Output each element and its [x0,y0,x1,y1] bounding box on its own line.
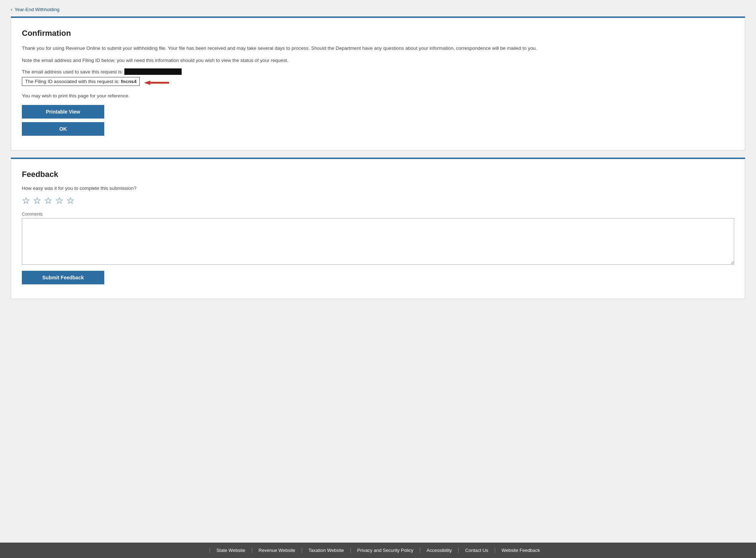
feedback-title: Feedback [22,170,734,179]
footer-link-state-website[interactable]: State Website [210,548,252,553]
filing-id-row: The Filing ID associated with this reque… [22,77,140,86]
filing-id-value: fncns4 [121,79,137,84]
svg-rect-1 [150,82,169,83]
feedback-question: How easy was it for you to complete this… [22,186,734,191]
footer-link-contact-us[interactable]: Contact Us [459,548,495,553]
redacted-email [124,68,182,75]
star-3[interactable]: ☆ [44,196,52,205]
filing-id-label: The Filing ID associated with this reque… [25,79,119,84]
ok-button[interactable]: OK [22,122,104,136]
email-info-row: The email address used to save this requ… [22,68,734,75]
comments-label: Comments [22,212,734,217]
star-2[interactable]: ☆ [33,196,41,205]
footer-link-privacy-policy[interactable]: Privacy and Security Policy [351,548,420,553]
confirmation-body2: Note the email address and Filing ID bel… [22,57,734,64]
print-note: You may wish to print this page for your… [22,93,734,98]
arrow-icon [144,79,169,87]
submit-feedback-button[interactable]: Submit Feedback [22,271,104,284]
footer: State Website Revenue Website Taxation W… [0,543,756,558]
feedback-card: Feedback How easy was it for you to comp… [11,158,745,299]
confirmation-body1: Thank you for using Revenue Online to su… [22,44,734,52]
confirmation-title: Confirmation [22,29,734,38]
footer-link-taxation-website[interactable]: Taxation Website [302,548,351,553]
star-1[interactable]: ☆ [22,196,30,205]
confirmation-card: Confirmation Thank you for using Revenue… [11,16,745,150]
chevron-left-icon: ‹ [11,6,13,12]
star-5[interactable]: ☆ [66,196,75,205]
star-4[interactable]: ☆ [55,196,63,205]
printable-view-button[interactable]: Printable View [22,105,104,119]
footer-link-revenue-website[interactable]: Revenue Website [252,548,302,553]
breadcrumb-label: Year-End Withholding [15,7,59,12]
arrow-indicator [144,79,169,87]
footer-link-accessibility[interactable]: Accessibility [420,548,459,553]
star-rating[interactable]: ☆ ☆ ☆ ☆ ☆ [22,196,734,205]
svg-marker-0 [144,81,150,85]
email-label: The email address used to save this requ… [22,69,123,74]
footer-link-website-feedback[interactable]: Website Feedback [495,548,546,553]
comments-textarea[interactable] [22,218,734,265]
breadcrumb[interactable]: ‹ Year-End Withholding [11,4,745,16]
